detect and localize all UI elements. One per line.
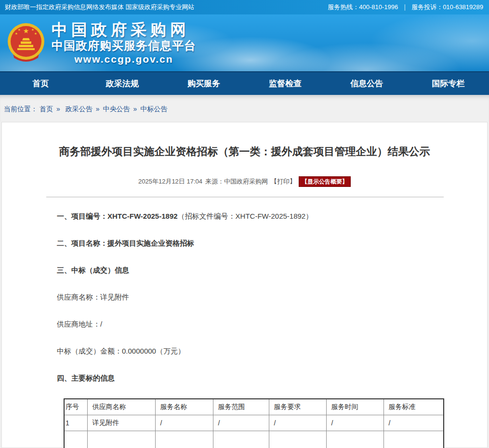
svg-text:★: ★ — [34, 32, 37, 35]
para-bold-text: 三、中标（成交）信息 — [57, 266, 129, 274]
table-header-row: 序号 供应商名称 服务名称 服务范围 服务要求 服务时间 服务标准 — [64, 399, 444, 415]
table-header-cell: 服务要求 — [269, 399, 326, 415]
site-title-block: 中国政府采购网 中国政府购买服务信息平台 www.ccgp.gov.cn — [52, 21, 196, 66]
subject-info-table: 序号 供应商名称 服务名称 服务范围 服务要求 服务时间 服务标准 1 详见附件… — [64, 398, 444, 448]
show-summary-button[interactable]: 【显示公告概要】 — [299, 176, 351, 187]
service-complaint: 服务投诉：010-63819289 — [411, 3, 483, 11]
table-header-cell: 服务名称 — [155, 399, 213, 415]
table-header-cell: 供应商名称 — [87, 399, 155, 415]
para-normal-text: （招标文件编号：XHTC-FW-2025-1892） — [178, 212, 313, 220]
table-row: 1 详见附件 / / / / / — [64, 415, 444, 431]
para-bold-text: 四、主要标的信息 — [57, 374, 115, 382]
breadcrumb: 当前位置：首页» 政采公告»中央公告»中标公告 — [0, 95, 489, 122]
national-emblem-icon: ★ ★ ★ ★ ★ — [6, 22, 46, 65]
breadcrumb-separator: » — [133, 105, 137, 113]
table-cell: / — [269, 415, 326, 431]
breadcrumb-separator: » — [56, 105, 60, 113]
table-cell — [87, 431, 155, 448]
table-cell: / — [383, 415, 444, 431]
para-supplier-name: 供应商名称：详见附件 — [57, 293, 487, 301]
announcement-meta: 2025年12月12日 17:04 来源：中国政府采购网 【打印】 【显示公告概… — [2, 176, 487, 187]
site-header: ★ ★ ★ ★ ★ 中国政府采购网 中国政府购买服务信息平台 www.ccgp.… — [0, 14, 489, 71]
nav-item-international[interactable]: 国际专栏 — [408, 72, 489, 95]
para-subject-info-heading: 四、主要标的信息 — [57, 374, 487, 382]
breadcrumb-link-home[interactable]: 首页 — [40, 105, 53, 113]
para-normal-text: 供应商名称：详见附件 — [57, 293, 129, 301]
table-cell — [213, 431, 269, 448]
para-bold-text: 二、项目名称：援外项目实施企业资格招标 — [57, 239, 194, 247]
topbar-contacts: 服务热线：400-810-1996 ｜ 服务投诉：010-63819289 — [327, 3, 484, 12]
site-name: 中国政府采购网 — [52, 21, 196, 39]
topbar: 财政部唯一指定政府采购信息网络发布媒体 国家级政府采购专业网站 服务热线：400… — [0, 0, 489, 14]
nav-item-regulations[interactable]: 政采法规 — [81, 72, 163, 95]
table-cell — [155, 431, 213, 448]
nav-item-purchase-services[interactable]: 购买服务 — [163, 72, 244, 95]
table-cell: 详见附件 — [87, 415, 155, 431]
topbar-divider: ｜ — [402, 3, 408, 11]
table-cell — [383, 431, 444, 448]
site-subtitle: 中国政府购买服务信息平台 — [52, 39, 196, 53]
content-panel: 商务部援外项目实施企业资格招标（第一类：援外成套项目管理企业）结果公示 2025… — [1, 122, 488, 448]
svg-text:★: ★ — [18, 28, 21, 31]
para-normal-text: 供应商地址：/ — [57, 320, 102, 328]
table-header-cell: 服务范围 — [213, 399, 269, 415]
table-header-cell: 服务时间 — [326, 399, 383, 415]
meta-divider — [46, 197, 444, 198]
source-label: 来源：中国政府采购网 — [205, 177, 268, 186]
nav-item-home[interactable]: 首页 — [0, 72, 81, 95]
para-project-name: 二、项目名称：援外项目实施企业资格招标 — [57, 239, 487, 247]
nav-item-announcements[interactable]: 信息公告 — [326, 72, 408, 95]
para-supplier-address: 供应商地址：/ — [57, 320, 487, 328]
para-bold-text: 一、项目编号：XHTC-FW-2025-1892 — [57, 212, 178, 220]
topbar-slogan: 财政部唯一指定政府采购信息网络发布媒体 国家级政府采购专业网站 — [5, 3, 195, 12]
breadcrumb-separator: » — [96, 105, 100, 113]
site-logo[interactable]: ★ ★ ★ ★ ★ 中国政府采购网 中国政府购买服务信息平台 www.ccgp.… — [6, 21, 196, 66]
main-nav: 首页 政采法规 购买服务 监督检查 信息公告 国际专栏 — [0, 71, 489, 95]
svg-text:★: ★ — [23, 27, 29, 35]
table-cell — [269, 431, 326, 448]
publish-datetime: 2025年12月12日 17:04 — [138, 177, 202, 186]
breadcrumb-link-procurement-notices[interactable]: 政采公告 — [66, 105, 93, 113]
breadcrumb-label: 当前位置： — [4, 105, 38, 113]
table-header-cell: 服务标准 — [383, 399, 444, 415]
nav-item-supervision[interactable]: 监督检查 — [245, 72, 326, 95]
announcement-body: 一、项目编号：XHTC-FW-2025-1892（招标文件编号：XHTC-FW-… — [2, 212, 487, 448]
table-cell — [326, 431, 383, 448]
table-cell: / — [155, 415, 213, 431]
table-header-cell: 序号 — [64, 399, 87, 415]
table-cell: 1 — [64, 415, 87, 431]
breadcrumb-link-award-notices[interactable]: 中标公告 — [140, 105, 167, 113]
service-hotline: 服务热线：400-810-1996 — [328, 3, 398, 11]
announcement-title: 商务部援外项目实施企业资格招标（第一类：援外成套项目管理企业）结果公示 — [2, 145, 487, 159]
svg-text:★: ★ — [15, 32, 18, 35]
table-cell: / — [326, 415, 383, 431]
site-url: www.ccgp.gov.cn — [52, 53, 196, 66]
para-award-info-heading: 三、中标（成交）信息 — [57, 266, 487, 274]
para-award-amount: 中标（成交）金额：0.0000000（万元） — [57, 347, 487, 355]
table-row — [64, 431, 444, 448]
table-cell — [64, 431, 87, 448]
svg-text:★: ★ — [31, 28, 34, 31]
table-cell: / — [213, 415, 269, 431]
para-normal-text: 中标（成交）金额：0.0000000（万元） — [57, 347, 185, 355]
breadcrumb-link-central-notices[interactable]: 中央公告 — [103, 105, 130, 113]
print-button[interactable]: 【打印】 — [271, 177, 296, 186]
para-project-number: 一、项目编号：XHTC-FW-2025-1892（招标文件编号：XHTC-FW-… — [57, 212, 487, 220]
